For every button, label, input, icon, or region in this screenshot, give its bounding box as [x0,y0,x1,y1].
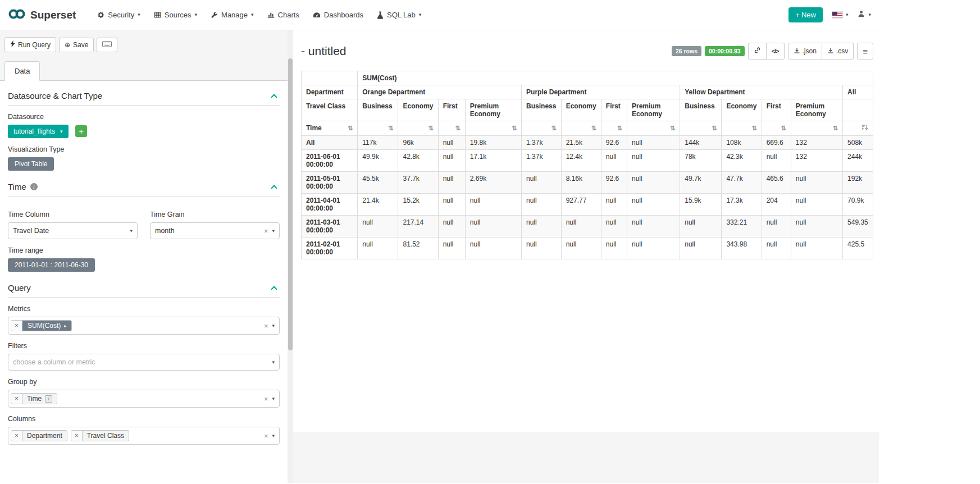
chart-panel-wrap: - untitled 26 rows 00:00:00.93 </> [293,30,879,483]
chart-options-button[interactable]: ≡ [857,43,873,60]
groupby-select[interactable]: × Timei × ▾ [8,390,280,408]
brand[interactable]: Superset [8,8,76,22]
sort-icon[interactable]: ⇅ [428,125,433,131]
sort-icon[interactable]: ⇅ [751,125,756,131]
language-menu[interactable]: ▾ [832,11,849,19]
export-json-button[interactable]: .json [788,43,822,60]
nav-sources[interactable]: Sources ▾ [154,11,197,19]
pivot-cell: null [358,216,398,238]
travel-class-header-row: Travel ClassBusinessEconomyFirstPremium … [302,99,873,121]
pivot-cell: null [438,216,465,238]
chevron-down-icon: ▾ [868,12,871,17]
columns-select[interactable]: × Department × Travel Class × ▾ [8,427,280,445]
sort-icon[interactable]: ⇅ [455,125,461,131]
flask-icon [377,11,384,19]
remove-icon[interactable]: × [11,431,22,441]
metrics-select[interactable]: × SUM(Cost)▸ × ▾ [8,317,280,335]
remove-icon[interactable]: × [71,431,83,441]
sort-icon[interactable]: ⇅ [712,125,717,131]
corner-cell [302,71,358,85]
share-link-button[interactable] [748,43,767,60]
groupby-token-label: Time [27,395,42,403]
download-icon [794,47,800,56]
superset-app: Superset Security ▾ Sources ▾ Manage ▾ [0,0,879,483]
time-grain-select[interactable]: month × ▾ [150,222,280,239]
pivot-cell: null [762,238,791,259]
remove-icon[interactable]: × [11,394,22,404]
remove-icon[interactable]: × [11,321,22,331]
sort-icon[interactable]: ⇅ [348,125,353,132]
sort-amount-icon[interactable] [862,125,868,132]
sort-icon[interactable]: ⇅ [551,125,556,131]
pivot-cell: null [627,136,680,150]
pivot-cell: 132 [791,136,842,150]
chart-title: - untitled [301,44,347,58]
sort-icon[interactable]: ⇅ [512,125,517,131]
sort-cell: ⇅ [627,121,680,136]
sort-icon[interactable]: ⇅ [833,125,838,131]
time-header: Time⇅ [302,121,358,136]
keyboard-shortcuts-button[interactable] [97,38,117,52]
panel-scrollbar[interactable] [288,30,293,483]
clear-icon[interactable]: × [264,227,268,235]
new-button[interactable]: +New [788,7,823,22]
time-range-button[interactable]: 2011-01-01 : 2011-06-30 [8,258,95,272]
chevron-down-icon: ▾ [130,229,133,234]
user-menu[interactable]: ▾ [857,10,871,20]
sort-icon[interactable]: ⇅ [591,125,596,131]
filters-select[interactable]: choose a column or metric ▾ [8,354,280,371]
time-column-label: Time Column [8,211,138,218]
sort-icon[interactable]: ⇅ [388,125,393,131]
section-datasource-chart-type[interactable]: Datasource & Chart Type [8,91,280,106]
run-query-button[interactable]: Run Query [4,37,56,52]
pivot-cell: 1.37k [522,136,562,150]
bolt-icon [10,40,15,49]
chevron-down-icon: ▾ [272,323,275,328]
pivot-cell: 21.5k [561,136,601,150]
pivot-cell: null [438,194,465,216]
info-icon: i [30,183,38,190]
pivot-cell: 508k [843,136,873,150]
code-icon: </> [772,48,779,54]
groupby-token[interactable]: × Timei [11,393,57,404]
nav-security[interactable]: Security ▾ [97,11,140,19]
clear-icon[interactable]: × [264,432,268,440]
section-query[interactable]: Query [8,283,280,298]
time-column-select[interactable]: Travel Date ▾ [8,222,138,239]
metrics-label: Metrics [8,305,280,313]
new-button-label: New [801,11,816,19]
column-header: Business [522,99,562,121]
sort-icon[interactable]: ⇅ [781,125,786,131]
sort-icon[interactable]: ⇅ [617,125,622,131]
scrollbar-thumb[interactable] [288,58,293,350]
column-header: Economy [561,99,601,121]
view-query-button[interactable]: </> [767,43,785,60]
clear-icon[interactable]: × [264,395,268,403]
columns-token-label: Travel Class [87,432,124,440]
tab-data[interactable]: Data [4,61,40,81]
export-csv-button[interactable]: .csv [822,43,854,60]
save-button[interactable]: ⊕ Save [59,38,94,52]
row-count-badge: 26 rows [672,46,701,56]
sort-icon[interactable]: ⇅ [670,125,675,131]
nav-charts[interactable]: Charts [267,11,299,19]
column-type-icon: i [45,395,52,403]
columns-token-label: Department [27,432,62,440]
user-icon [857,10,865,20]
nav-dashboards[interactable]: Dashboards [313,11,363,19]
query-duration-badge: 00:00:00.93 [705,46,745,56]
columns-token[interactable]: × Travel Class [71,430,129,441]
nav-manage[interactable]: Manage ▾ [211,11,254,19]
metric-token[interactable]: × SUM(Cost)▸ [11,320,72,331]
clear-icon[interactable]: × [264,322,268,330]
section-time[interactable]: Time i [8,182,280,197]
add-datasource-button[interactable]: + [75,125,87,137]
pivot-cell: 1.37k [522,150,562,172]
viz-type-select[interactable]: Pivot Table [8,157,54,171]
nav-sql-lab[interactable]: SQL Lab ▾ [377,11,421,19]
columns-token[interactable]: × Department [11,430,67,441]
chevron-up-icon [271,94,277,100]
pivot-cell: 132 [791,150,842,172]
plus-icon: + [79,127,83,136]
datasource-select[interactable]: tutorial_flights ▾ [8,125,69,138]
